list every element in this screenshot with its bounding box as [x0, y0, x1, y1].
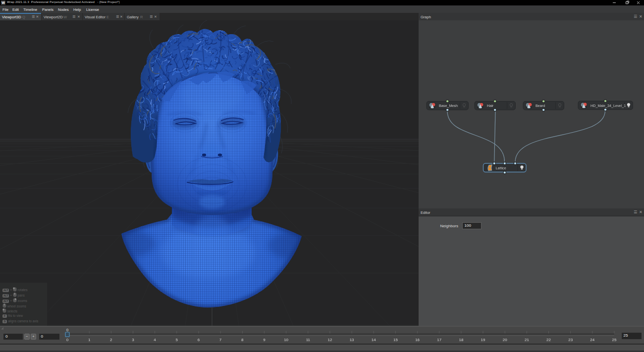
svg-text:19: 19: [481, 338, 485, 342]
svg-text:HD_Male_34_Level_1: HD_Male_34_Level_1: [590, 103, 626, 108]
svg-text:25: 25: [612, 338, 617, 342]
svg-text:Beard: Beard: [536, 103, 545, 108]
svg-text:6: 6: [198, 338, 200, 342]
svg-text:22: 22: [546, 338, 551, 342]
svg-text:0: 0: [66, 338, 69, 342]
svg-text:3: 3: [132, 338, 134, 342]
svg-text:21: 21: [525, 338, 529, 342]
svg-text:13: 13: [350, 338, 354, 342]
svg-text:23: 23: [568, 338, 573, 342]
svg-text:1: 1: [88, 338, 91, 342]
svg-text:20: 20: [503, 338, 507, 342]
svg-text:12: 12: [327, 338, 332, 342]
svg-text:8: 8: [241, 338, 244, 342]
svg-text:0: 0: [66, 328, 69, 332]
svg-text:24: 24: [590, 338, 594, 342]
svg-text:4: 4: [154, 338, 156, 342]
svg-text:17: 17: [437, 338, 441, 342]
svg-text:14: 14: [372, 338, 376, 342]
svg-text:2: 2: [110, 338, 112, 342]
svg-text:5: 5: [176, 338, 178, 342]
svg-text:10: 10: [284, 338, 288, 342]
svg-text:11: 11: [306, 338, 311, 342]
svg-text:15: 15: [393, 338, 398, 342]
svg-text:18: 18: [459, 338, 463, 342]
svg-text:7: 7: [219, 338, 222, 342]
svg-text:Hair: Hair: [487, 103, 494, 108]
svg-text:Base_Mesh: Base_Mesh: [439, 103, 458, 108]
svg-text:Lattice: Lattice: [496, 166, 506, 170]
svg-text:16: 16: [415, 338, 420, 342]
svg-text:9: 9: [263, 338, 266, 342]
